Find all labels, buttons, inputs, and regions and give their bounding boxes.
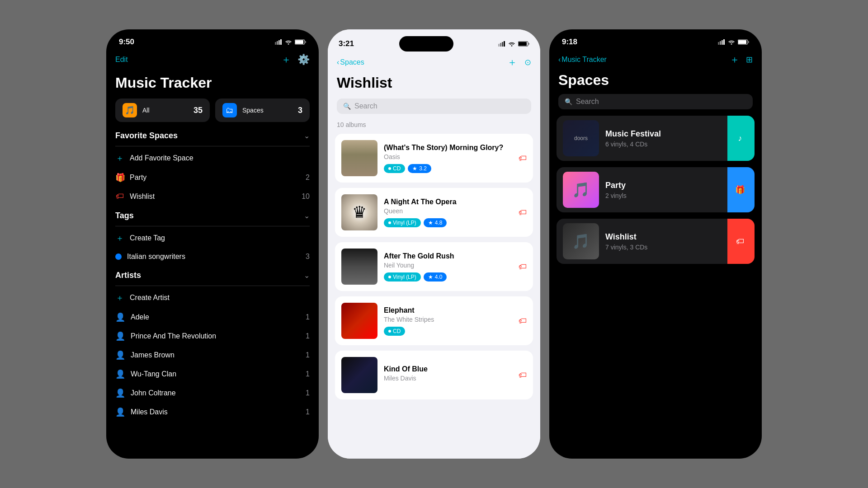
settings-button[interactable]: ⚙️ bbox=[297, 54, 310, 66]
artists-chevron[interactable]: ⌄ bbox=[304, 271, 310, 280]
svg-rect-3 bbox=[280, 39, 282, 45]
neil-title: After The Gold Rush bbox=[384, 252, 527, 260]
svg-rect-0 bbox=[275, 42, 276, 45]
albums-count: 10 albums bbox=[328, 117, 540, 130]
artist-adele[interactable]: 👤 Adele 1 bbox=[115, 308, 310, 327]
svg-rect-7 bbox=[498, 44, 500, 47]
adele-count: 1 bbox=[306, 313, 310, 321]
artist-john-coltrane[interactable]: 👤 John Coltrane 1 bbox=[115, 384, 310, 403]
star-icon-oasis: ★ bbox=[412, 165, 417, 172]
star-icon-queen: ★ bbox=[428, 220, 433, 226]
oasis-format-tag: CD bbox=[384, 164, 405, 173]
artist-prince[interactable]: 👤 Prince And The Revolution 1 bbox=[115, 327, 310, 346]
wishlist-add-button[interactable]: ＋ bbox=[507, 56, 517, 69]
ws-info: Elephant The White Stripes CD bbox=[384, 306, 527, 336]
wutang-person-icon: 👤 bbox=[115, 369, 125, 379]
status-bar-3: 9:18 bbox=[549, 29, 762, 49]
tab-all[interactable]: 🎵 All 35 bbox=[115, 99, 210, 122]
party-space-item[interactable]: 🎁 Party 2 bbox=[115, 168, 310, 187]
add-favorite-left: ＋ Add Favorite Space bbox=[115, 153, 193, 164]
back-to-music-tracker[interactable]: ‹ Music Tracker bbox=[558, 56, 607, 64]
prince-person-icon: 👤 bbox=[115, 331, 125, 341]
miles-count: 1 bbox=[306, 408, 310, 416]
tab-spaces-count: 3 bbox=[298, 106, 302, 115]
artist-james-brown[interactable]: 👤 James Brown 1 bbox=[115, 346, 310, 365]
wishlist-search-bar[interactable]: 🔍 Search bbox=[337, 99, 531, 114]
wishlist-space-item[interactable]: 🏷 Wishlist 10 bbox=[115, 187, 310, 206]
spaces-add-button[interactable]: ＋ bbox=[730, 53, 740, 66]
status-icons-3 bbox=[718, 39, 749, 45]
edit-button[interactable]: Edit bbox=[115, 56, 128, 64]
album-queen[interactable]: ♛ A Night At The Opera Queen Vinyl (LP) … bbox=[335, 188, 533, 237]
album-miles[interactable]: Kind Of Blue Miles Davis 🏷 bbox=[335, 351, 533, 399]
status-icons-1 bbox=[275, 39, 306, 45]
ws-art bbox=[341, 303, 377, 339]
oasis-format-dot bbox=[388, 167, 391, 170]
add-button[interactable]: ＋ bbox=[281, 53, 291, 66]
wishlist-img: 🎵 bbox=[563, 223, 599, 259]
queen-artist: Queen bbox=[384, 207, 527, 215]
miles-art bbox=[341, 357, 377, 393]
phone-spaces: 9:18 ‹ Music Tracker ＋ ⊞ Spaces bbox=[549, 29, 762, 459]
create-tag-item[interactable]: ＋ Create Tag bbox=[115, 228, 310, 248]
oasis-info: (What's The Story) Morning Glory? Oasis … bbox=[384, 144, 527, 173]
wishlist-tag-icon: 🏷 bbox=[115, 192, 124, 201]
divider-3 bbox=[115, 286, 310, 286]
create-artist-icon: ＋ bbox=[115, 292, 124, 303]
queen-tags: Vinyl (LP) ★ 4.8 bbox=[384, 218, 527, 227]
search-icon-3: 🔍 bbox=[565, 98, 572, 105]
tab-spaces[interactable]: 🗂 Spaces 3 bbox=[215, 99, 310, 122]
party-img: 🎵 bbox=[563, 172, 599, 208]
artist-wu-tang[interactable]: 👤 Wu-Tang Clan 1 bbox=[115, 365, 310, 384]
p1-header: Edit ＋ ⚙️ bbox=[115, 49, 310, 70]
spaces-search-bar[interactable]: 🔍 Search bbox=[558, 94, 753, 109]
create-tag-icon: ＋ bbox=[115, 233, 124, 244]
battery-icon-2 bbox=[518, 41, 529, 47]
spaces-more-button[interactable]: ⊞ bbox=[746, 55, 753, 65]
album-oasis[interactable]: (What's The Story) Morning Glory? Oasis … bbox=[335, 134, 533, 183]
create-tag-left: ＋ Create Tag bbox=[115, 233, 165, 244]
tab-all-count: 35 bbox=[193, 106, 203, 115]
album-ws[interactable]: Elephant The White Stripes CD 🏷 bbox=[335, 296, 533, 345]
prince-left: 👤 Prince And The Revolution bbox=[115, 331, 216, 341]
wishlist-more-button[interactable]: ⊙ bbox=[524, 57, 531, 67]
svg-rect-8 bbox=[500, 43, 501, 47]
p3-main-content: ‹ Music Tracker ＋ ⊞ Spaces 🔍 Search bbox=[549, 49, 762, 459]
space-card-party[interactable]: 🎵 Party 2 vinyls 🎁 bbox=[557, 167, 755, 212]
album-neil[interactable]: After The Gold Rush Neil Young Vinyl (LP… bbox=[335, 242, 533, 291]
neil-format-tag: Vinyl (LP) bbox=[384, 272, 421, 282]
add-favorite-space-item[interactable]: ＋ Add Favorite Space bbox=[115, 148, 310, 168]
divider-2 bbox=[115, 226, 310, 226]
neil-tags: Vinyl (LP) ★ 4.0 bbox=[384, 272, 527, 282]
italian-tag-count: 3 bbox=[306, 253, 310, 261]
svg-rect-6 bbox=[305, 41, 306, 43]
space-card-wishlist[interactable]: 🎵 Wishlist 7 vinyls, 3 CDs 🏷 bbox=[557, 219, 755, 264]
ws-format-tag: CD bbox=[384, 327, 405, 336]
queen-title: A Night At The Opera bbox=[384, 198, 527, 206]
adele-left: 👤 Adele bbox=[115, 312, 149, 322]
phone-music-tracker: 9:50 Edit ＋ ⚙️ Music Tracker 🎵 bbox=[106, 29, 319, 459]
favorite-spaces-chevron[interactable]: ⌄ bbox=[304, 131, 310, 140]
miles-artist: Miles Davis bbox=[384, 375, 527, 382]
star-icon-neil: ★ bbox=[428, 274, 433, 280]
wishlist-art: 🎵 bbox=[563, 223, 599, 259]
favorite-spaces-header: Favorite Spaces ⌄ bbox=[115, 131, 310, 141]
coltrane-count: 1 bbox=[306, 389, 310, 397]
app-title: Music Tracker bbox=[115, 75, 310, 91]
miles-title: Kind Of Blue bbox=[384, 365, 527, 373]
party-label: Party bbox=[130, 174, 146, 182]
create-artist-item[interactable]: ＋ Create Artist bbox=[115, 288, 310, 308]
italian-tag-item[interactable]: Italian songwriters 3 bbox=[115, 248, 310, 265]
space-card-music-festival[interactable]: doors Music Festival 6 vinyls, 4 CDs ♪ bbox=[557, 116, 755, 161]
p3-back-chevron-icon: ‹ bbox=[558, 56, 561, 64]
oasis-title: (What's The Story) Morning Glory? bbox=[384, 144, 527, 152]
artist-miles-davis[interactable]: 👤 Miles Davis 1 bbox=[115, 403, 310, 422]
status-time-1: 9:50 bbox=[119, 38, 134, 47]
svg-rect-19 bbox=[738, 40, 746, 44]
queen-format-dot bbox=[388, 221, 391, 224]
back-to-spaces[interactable]: ‹ Spaces bbox=[337, 58, 364, 66]
tags-chevron[interactable]: ⌄ bbox=[304, 211, 310, 220]
ws-tags: CD bbox=[384, 327, 527, 336]
james-count: 1 bbox=[306, 351, 310, 359]
tab-all-label: All bbox=[142, 107, 190, 114]
